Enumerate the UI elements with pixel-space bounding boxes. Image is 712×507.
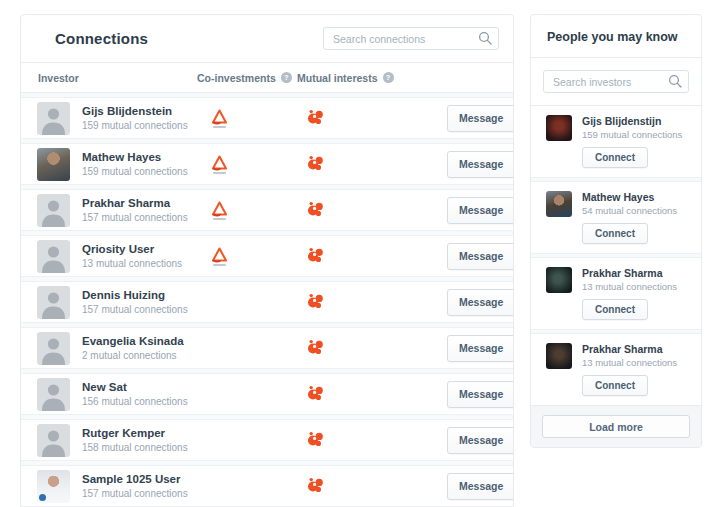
avatar-placeholder xyxy=(37,194,70,227)
connect-button[interactable]: Connect xyxy=(582,223,648,244)
message-button[interactable]: Message xyxy=(448,198,514,223)
avatar-photo xyxy=(546,267,572,293)
mutual-interest-icon xyxy=(306,200,324,217)
suggested-person: Prakhar Sharma 13 mutual connections Con… xyxy=(531,258,701,329)
mutual-interest-icon xyxy=(306,430,324,447)
person-icon xyxy=(37,424,70,457)
people-you-may-know-card: People you may know Gijs Blijdenstijn 15… xyxy=(530,14,702,448)
message-button[interactable]: Message xyxy=(448,428,514,453)
message-split-button: Message xyxy=(447,243,514,270)
mutual-interest-icon xyxy=(306,476,324,493)
message-split-button: Message xyxy=(447,335,514,362)
message-button[interactable]: Message xyxy=(448,244,514,269)
mutual-interest-icon xyxy=(306,154,324,171)
connections-card: Connections Investor Co-investments ? Mu… xyxy=(20,14,514,507)
connect-button[interactable]: Connect xyxy=(582,375,648,396)
table-row[interactable]: Dennis Huizing 157 mutual connections Me… xyxy=(21,281,513,323)
co-investment-logo-icon xyxy=(209,200,230,220)
mutual-connections-count: 13 mutual connections xyxy=(582,357,691,368)
help-icon[interactable]: ? xyxy=(383,72,394,83)
mutual-connections-count: 157 mutual connections xyxy=(82,488,188,499)
table-row[interactable]: Mathew Hayes 159 mutual connections Mess… xyxy=(21,143,513,185)
message-button[interactable]: Message xyxy=(448,106,514,131)
mutual-connections-count: 157 mutual connections xyxy=(82,304,188,315)
co-investment-logo-icon xyxy=(209,108,230,128)
person-name: Mathew Hayes xyxy=(582,191,691,203)
load-more-button[interactable]: Load more xyxy=(542,415,690,438)
person-name: Gijs Blijdenstijn xyxy=(582,115,691,127)
message-button[interactable]: Message xyxy=(448,152,514,177)
message-button[interactable]: Message xyxy=(448,382,514,407)
table-row[interactable]: Rutger Kemper 158 mutual connections Mes… xyxy=(21,419,513,461)
column-co-investments: Co-investments ? xyxy=(197,72,297,84)
avatar-photo xyxy=(37,470,70,503)
avatar-placeholder xyxy=(37,102,70,135)
mutual-connections-count: 13 mutual connections xyxy=(82,258,182,269)
table-row[interactable]: Gijs Blijdenstein 159 mutual connections… xyxy=(21,97,513,139)
table-row[interactable]: Evangelia Ksinada 2 mutual connections M… xyxy=(21,327,513,369)
connections-list: Gijs Blijdenstein 159 mutual connections… xyxy=(21,93,513,507)
table-row[interactable]: Sample 1025 User 157 mutual connections … xyxy=(21,465,513,507)
table-column-header: Investor Co-investments ? Mutual interes… xyxy=(21,63,513,93)
message-split-button: Message xyxy=(447,381,514,408)
investor-name: Rutger Kemper xyxy=(82,427,188,440)
mutual-connections-count: 156 mutual connections xyxy=(82,396,188,407)
investor-name: Dennis Huizing xyxy=(82,289,188,302)
person-icon xyxy=(37,102,70,135)
message-button[interactable]: Message xyxy=(448,336,514,361)
avatar-placeholder xyxy=(37,240,70,273)
sidebar-search xyxy=(531,58,701,106)
connections-page: Connections Investor Co-investments ? Mu… xyxy=(0,0,712,507)
mutual-connections-count: 159 mutual connections xyxy=(582,129,691,140)
person-name: Prakhar Sharma xyxy=(582,267,691,279)
sidebar-title: People you may know xyxy=(531,15,701,58)
avatar-placeholder xyxy=(37,332,70,365)
mutual-connections-count: 158 mutual connections xyxy=(82,442,188,453)
co-investment-logo-icon xyxy=(209,154,230,174)
avatar-placeholder xyxy=(37,378,70,411)
search-connections-input[interactable] xyxy=(323,27,499,50)
mutual-connections-count: 54 mutual connections xyxy=(582,205,691,216)
message-split-button: Message xyxy=(447,427,514,454)
mutual-interest-icon xyxy=(306,108,324,125)
mutual-connections-count: 13 mutual connections xyxy=(582,281,691,292)
column-mutual-interests: Mutual interests ? xyxy=(297,72,447,84)
avatar-photo xyxy=(546,115,572,141)
connect-button[interactable]: Connect xyxy=(582,299,648,320)
message-split-button: Message xyxy=(447,289,514,316)
message-split-button: Message xyxy=(447,473,514,500)
table-row[interactable]: Prakhar Sharma 157 mutual connections Me… xyxy=(21,189,513,231)
mutual-connections-count: 157 mutual connections xyxy=(82,212,188,223)
load-more-section: Load more xyxy=(531,405,701,447)
co-investment-logo-icon xyxy=(209,246,230,266)
avatar-placeholder xyxy=(37,286,70,319)
message-split-button: Message xyxy=(447,197,514,224)
page-title: Connections xyxy=(55,30,148,47)
mutual-connections-count: 2 mutual connections xyxy=(82,350,184,361)
search-icon xyxy=(478,31,492,45)
suggested-person: Gijs Blijdenstijn 159 mutual connections… xyxy=(531,106,701,177)
avatar-placeholder xyxy=(37,424,70,457)
mutual-connections-count: 159 mutual connections xyxy=(82,120,188,131)
table-row[interactable]: Qriosity User 13 mutual connections Mess… xyxy=(21,235,513,277)
search-icon xyxy=(668,74,682,88)
help-icon[interactable]: ? xyxy=(281,72,292,83)
table-row[interactable]: New Sat 156 mutual connections Message xyxy=(21,373,513,415)
avatar-photo xyxy=(37,148,70,181)
investor-name: Evangelia Ksinada xyxy=(82,335,184,348)
column-investor: Investor xyxy=(21,72,197,84)
suggested-person: Prakhar Sharma 13 mutual connections Con… xyxy=(531,334,701,405)
mutual-interest-icon xyxy=(306,338,324,355)
person-icon xyxy=(37,378,70,411)
person-icon xyxy=(37,194,70,227)
person-icon xyxy=(37,240,70,273)
message-split-button: Message xyxy=(447,151,514,178)
message-button[interactable]: Message xyxy=(448,474,514,499)
person-name: Prakhar Sharma xyxy=(582,343,691,355)
connections-search xyxy=(323,27,499,50)
mutual-interest-icon xyxy=(306,246,324,263)
message-button[interactable]: Message xyxy=(448,290,514,315)
avatar-photo xyxy=(546,343,572,369)
mutual-connections-count: 159 mutual connections xyxy=(82,166,188,177)
connect-button[interactable]: Connect xyxy=(582,147,648,168)
